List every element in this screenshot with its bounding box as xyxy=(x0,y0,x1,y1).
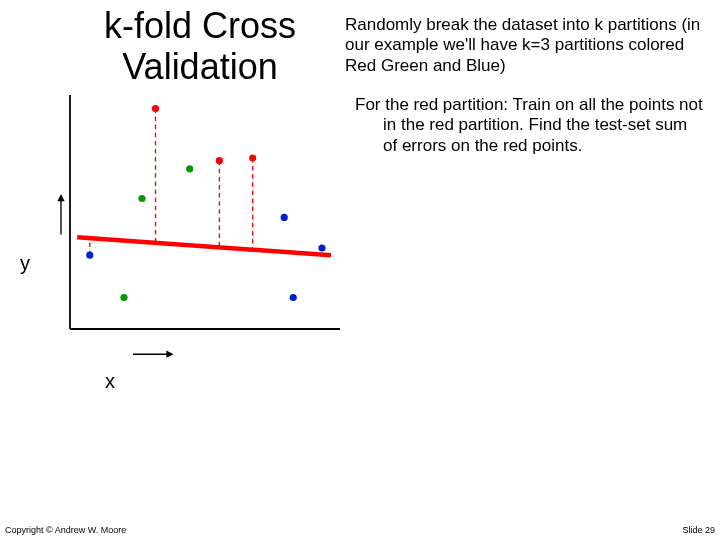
data-point xyxy=(216,157,223,164)
regression-line xyxy=(77,237,331,255)
svg-marker-1 xyxy=(57,194,64,201)
data-point xyxy=(281,214,288,221)
data-point xyxy=(249,154,256,161)
svg-marker-3 xyxy=(166,351,173,358)
description-1: Randomly break the dataset into k partit… xyxy=(345,15,705,76)
y-axis-label: y xyxy=(20,252,30,275)
data-point xyxy=(138,195,145,202)
data-point xyxy=(86,252,93,259)
description-2: For the red partition: Train on all the … xyxy=(355,95,705,156)
x-axis-label: x xyxy=(105,370,115,393)
data-point xyxy=(290,294,297,301)
data-point xyxy=(152,105,159,112)
data-point xyxy=(120,294,127,301)
slide-title: k-fold Cross Validation xyxy=(60,5,340,88)
data-point xyxy=(318,244,325,251)
scatter-chart xyxy=(45,95,365,365)
copyright-text: Copyright © Andrew W. Moore xyxy=(5,525,126,535)
slide-number: Slide 29 xyxy=(682,525,715,535)
data-point xyxy=(186,165,193,172)
